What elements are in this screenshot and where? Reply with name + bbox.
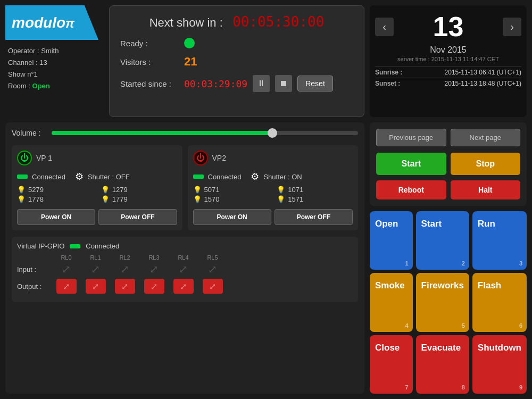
gpio-input-4: ⤢: [169, 263, 198, 276]
next-page-button[interactable]: Next page: [451, 129, 521, 146]
calendar-month: Nov 2015: [375, 45, 521, 55]
countdown-time: 00:05:30:00: [232, 14, 324, 30]
vp1-panel: ⏻ VP 1 Connected ⚙ Shutter : OFF 💡5279 💡…: [12, 145, 182, 230]
pause-button[interactable]: ⏸: [253, 75, 270, 92]
gpio-panel: Virtual IP-GPIO Connected RL0 RL1 RL2 RL…: [12, 237, 358, 302]
volume-slider[interactable]: [52, 131, 358, 135]
next-day-button[interactable]: ›: [503, 18, 521, 36]
vp1-val3: 1279: [112, 186, 128, 194]
control-box: Previous page Next page Start Stop Reboo…: [370, 122, 527, 206]
logo: moduloπ: [5, 5, 98, 40]
gpio-conn-dot: [70, 244, 80, 248]
gpio-input-1: ⤢: [81, 263, 110, 276]
halt-button[interactable]: Halt: [451, 180, 521, 200]
vp1-power-on-button[interactable]: Power ON: [17, 209, 95, 225]
server-time: server time : 2015-11-13 11:14:47 CET: [375, 56, 521, 62]
left-panel: Volume : ⏻ VP 1 Connected ⚙ Shutter : OF…: [5, 122, 364, 394]
vp1-val4: 1779: [112, 195, 128, 203]
vp1-power-off-button[interactable]: Power OFF: [98, 209, 177, 225]
gpio-output-row: Output : ⤢ ⤢ ⤢ ⤢ ⤢ ⤢: [17, 279, 353, 294]
vp1-shutter-icon: ⚙: [75, 171, 84, 182]
gpio-output-3[interactable]: ⤢: [144, 279, 164, 294]
volume-label: Volume :: [12, 129, 46, 137]
system-info: Operator : Smith Channel : 13 Show n°1 R…: [5, 45, 104, 92]
vp2-power-on-button[interactable]: Power ON: [193, 209, 271, 225]
calendar-panel: ‹ 13 › Nov 2015 server time : 2015-11-13…: [370, 5, 527, 117]
action-shutdown-button[interactable]: Shutdown9: [472, 335, 527, 394]
gpio-output-1[interactable]: ⤢: [86, 279, 106, 294]
gpio-input-5: ⤢: [198, 263, 227, 276]
vp1-power-icon[interactable]: ⏻: [17, 151, 32, 165]
visitors-label: Visitors :: [120, 57, 179, 66]
sunset-label: Sunset :: [375, 80, 400, 87]
gpio-output-0[interactable]: ⤢: [56, 279, 77, 294]
gpio-connected: Connected: [86, 242, 119, 250]
vp2-val2: 1570: [204, 195, 220, 203]
reboot-button[interactable]: Reboot: [376, 180, 446, 200]
right-panel: Previous page Next page Start Stop Reboo…: [370, 122, 527, 394]
start-button[interactable]: Start: [376, 153, 446, 175]
action-grid: Open1Start2Run3Smoke4Fireworks5Flash6Clo…: [370, 211, 527, 394]
action-open-button[interactable]: Open1: [370, 211, 413, 270]
action-start-button[interactable]: Start2: [416, 211, 469, 270]
visitors-value: 21: [184, 55, 197, 69]
vp2-shutter: Shutter : ON: [263, 173, 302, 181]
logo-info-panel: moduloπ Operator : Smith Channel : 13 Sh…: [5, 5, 104, 117]
vp1-val2: 1778: [28, 195, 44, 203]
vp2-power-off-button[interactable]: Power OFF: [275, 209, 353, 225]
action-close-button[interactable]: Close7: [370, 335, 413, 394]
stop-small-button[interactable]: ⏹: [275, 75, 292, 92]
vp1-val1: 5279: [28, 186, 44, 194]
sunset-value: 2015-11-13 18:48 (UTC+1): [445, 80, 521, 87]
sunrise-value: 2015-11-13 06:41 (UTC+1): [445, 69, 521, 76]
gpio-output-5[interactable]: ⤢: [203, 279, 223, 294]
countdown-panel: Next show in : 00:05:30:00 Ready : Visit…: [109, 5, 364, 117]
started-time: 00:03:29:09: [184, 78, 247, 89]
ready-indicator: [184, 38, 195, 48]
countdown-title: Next show in : 00:05:30:00: [120, 14, 353, 30]
vp2-val4: 1571: [288, 195, 303, 203]
vp2-conn-dot: [193, 174, 204, 179]
prev-day-button[interactable]: ‹: [375, 18, 394, 36]
gpio-output-2[interactable]: ⤢: [115, 279, 135, 294]
calendar-day: 13: [433, 11, 464, 43]
vp1-connected: Connected: [32, 173, 65, 181]
reset-button[interactable]: Reset: [297, 76, 333, 92]
gpio-input-3: ⤢: [139, 263, 169, 276]
sunrise-label: Sunrise :: [375, 69, 402, 76]
volume-fill: [52, 131, 272, 135]
gpio-input-row: Input : ⤢ ⤢ ⤢ ⤢ ⤢ ⤢: [17, 263, 353, 276]
gpio-labels: RL0 RL1 RL2 RL3 RL4 RL5: [17, 254, 353, 261]
action-evacuate-button[interactable]: Evacuate8: [416, 335, 469, 394]
stop-button[interactable]: Stop: [451, 153, 521, 175]
vp2-val1: 5071: [204, 186, 220, 194]
vp1-conn-dot: [17, 174, 28, 179]
action-run-button[interactable]: Run3: [472, 211, 527, 270]
volume-thumb: [268, 128, 277, 138]
vp2-connected: Connected: [208, 173, 242, 181]
vp2-val3: 1071: [288, 186, 303, 194]
vp1-shutter: Shutter : OFF: [88, 173, 130, 181]
gpio-input-2: ⤢: [110, 263, 139, 276]
gpio-input-label: Input :: [17, 265, 52, 273]
prev-page-button[interactable]: Previous page: [376, 129, 446, 146]
vp2-name: VP2: [212, 154, 226, 162]
logo-text: moduloπ: [12, 14, 74, 31]
action-fireworks-button[interactable]: Fireworks5: [416, 273, 469, 331]
gpio-output-4[interactable]: ⤢: [173, 279, 194, 294]
vp2-power-icon[interactable]: ⏻: [193, 151, 208, 165]
vp2-panel: ⏻ VP2 Connected ⚙ Shutter : ON 💡5071 💡15…: [188, 145, 359, 230]
gpio-output-label: Output :: [17, 282, 52, 290]
started-label: Started since :: [120, 79, 179, 88]
vp2-shutter-icon: ⚙: [251, 171, 259, 182]
action-smoke-button[interactable]: Smoke4: [370, 273, 413, 331]
gpio-title: Virtual IP-GPIO: [17, 242, 64, 250]
vp1-name: VP 1: [36, 154, 52, 162]
action-flash-button[interactable]: Flash6: [472, 273, 527, 331]
gpio-input-0: ⤢: [52, 263, 81, 276]
ready-label: Ready :: [120, 39, 179, 48]
